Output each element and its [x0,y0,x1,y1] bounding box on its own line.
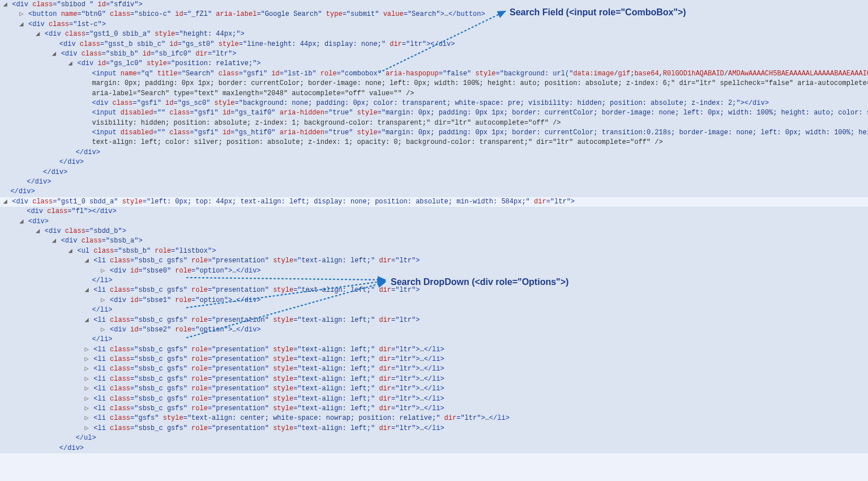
expanded-icon[interactable]: ◢ [35,227,41,236]
dom-line[interactable]: <input disabled="" class="gsfi" id="gs_t… [0,108,868,118]
expanded-icon[interactable]: ◢ [84,286,89,295]
expanded-icon[interactable]: ◢ [84,256,89,266]
collapsed-icon[interactable]: ▷ [84,345,89,355]
dom-line[interactable]: ▷ <li class="sbsb_c gsfs" role="presenta… [0,384,868,394]
dom-line[interactable]: ▷ <li class="sbsb_c gsfs" role="presenta… [0,374,868,384]
collapsed-icon[interactable]: ▷ [84,394,89,404]
dom-line[interactable]: ◢ <li class="sbsb_c gsfs" role="presenta… [0,256,868,266]
dom-line[interactable]: </div> [0,187,868,197]
annotation-search-field: Search Field (<input role="ComboBox">) [510,6,686,19]
dom-line[interactable]: </div> [0,148,868,158]
dom-line[interactable]: ◢ <div class="sbibod " id="sfdiv"> [0,0,868,10]
dom-line[interactable]: ◢ <li class="sbsb_c gsfs" role="presenta… [0,316,868,325]
dom-line[interactable]: ◢ <div> [0,217,868,227]
dom-line[interactable]: </div> [0,177,868,187]
dom-line[interactable]: ◢ <div class="sbsb_a"> [0,236,868,246]
dom-line[interactable]: ▷ <button name="btnG" class="sbico-c" id… [0,10,868,19]
dom-line[interactable]: ◢ <div class="gst1_0 sbdd_a" style="left… [0,197,868,207]
dom-line[interactable]: <div class="gsst_b sbib_c" id="gs_st0" s… [0,40,868,49]
expanded-icon[interactable]: ◢ [51,49,57,59]
collapsed-icon[interactable]: ▷ [84,355,89,364]
dom-line[interactable]: visibility: hidden; position: absolute; … [0,118,868,128]
dom-line[interactable]: <div class="gsfi" id="gs_sc0" style="bac… [0,99,868,108]
dom-tree-viewer: ◢ <div class="sbibod " id="sfdiv"> ▷ <bu… [0,0,868,453]
dom-line[interactable]: ▷ <li class="sbsb_c gsfs" role="presenta… [0,394,868,404]
expanded-icon[interactable]: ◢ [51,236,57,246]
dom-line[interactable]: ▷ <li class="sbsb_c gsfs" role="presenta… [0,364,868,374]
dom-line[interactable]: </div> [0,168,868,177]
annotation-search-dropdown: Search DropDown (<div role="Options">) [391,275,568,288]
dom-line[interactable]: </div> [0,444,868,453]
collapsed-icon[interactable]: ▷ [100,296,106,305]
dom-line[interactable]: <input disabled="" class="gsfi" id="gs_h… [0,128,868,138]
dom-line[interactable]: ◢ <div class="sbdd_b"> [0,227,868,236]
dom-line[interactable]: ◢ <div class="sbib_b" id="sb_ifc0" dir="… [0,49,868,59]
dom-line[interactable]: ▷ <li class="sbsb_c gsfs" role="presenta… [0,404,868,414]
expanded-icon[interactable]: ◢ [19,20,24,29]
dom-line[interactable]: ▷ <li class="sbsb_c gsfs" role="presenta… [0,345,868,355]
dom-line[interactable]: ◢ <div id="gs_lc0" style="position: rela… [0,59,868,69]
dom-line[interactable]: ▷ <li class="sbsb_c gsfs" role="presenta… [0,424,868,433]
expanded-icon[interactable]: ◢ [2,0,8,10]
dom-line[interactable]: ▷ <li class="gsfs" style="text-align: ce… [0,414,868,423]
expanded-icon[interactable]: ◢ [19,217,24,227]
collapsed-icon[interactable]: ▷ [84,404,89,414]
dom-line[interactable]: ◢ <ul class="sbsb_b" role="listbox"> [0,246,868,256]
dom-line[interactable]: <div class="fl"></div> [0,207,868,216]
collapsed-icon[interactable]: ▷ [84,364,89,374]
dom-line-option1[interactable]: ▷ <div id="sbse1" role="option">…</div> [0,296,868,305]
collapsed-icon[interactable]: ▷ [84,414,89,423]
expanded-icon[interactable]: ◢ [67,246,73,256]
expanded-icon[interactable]: ◢ [2,197,8,207]
dom-line[interactable]: </li> [0,305,868,315]
dom-line-combobox[interactable]: margin: 0px; padding: 0px 1px; border: c… [0,79,868,88]
expanded-icon[interactable]: ◢ [84,316,89,325]
dom-line-option2[interactable]: ▷ <div id="sbse2" role="option">…</div> [0,325,868,335]
expanded-icon[interactable]: ◢ [67,59,73,69]
collapsed-icon[interactable]: ▷ [100,266,106,276]
expanded-icon[interactable]: ◢ [35,29,41,39]
dom-line[interactable]: </div> [0,158,868,167]
dom-line[interactable]: </ul> [0,433,868,443]
dom-line[interactable]: ◢ <div class="gst1_0 sbib_a" style="heig… [0,29,868,39]
dom-line-combobox[interactable]: <input name="q" title="Search" class="gs… [0,69,868,79]
dom-line[interactable]: ▷ <li class="sbsb_c gsfs" role="presenta… [0,355,868,364]
dom-line-combobox[interactable]: aria-label="Search" type="text" maxlengt… [0,89,868,99]
collapsed-icon[interactable]: ▷ [19,10,24,19]
dom-line[interactable]: text-align: left; color: silver; positio… [0,138,868,147]
collapsed-icon[interactable]: ▷ [84,374,89,384]
collapsed-icon[interactable]: ▷ [100,325,106,335]
dom-line[interactable]: ◢ <div class="lst-c"> [0,20,868,29]
dom-node-dropdown: <div class="fl"></div> ◢ <div> ◢ <div cl… [0,207,868,453]
dom-node-sfdiv: ◢ <div class="sbibod " id="sfdiv"> ▷ <bu… [0,0,868,197]
collapsed-icon[interactable]: ▷ [84,384,89,394]
collapsed-icon[interactable]: ▷ [84,424,89,433]
dom-line[interactable]: </li> [0,335,868,344]
dom-line-option0[interactable]: ▷ <div id="sbse0" role="option">…</div> [0,266,868,276]
